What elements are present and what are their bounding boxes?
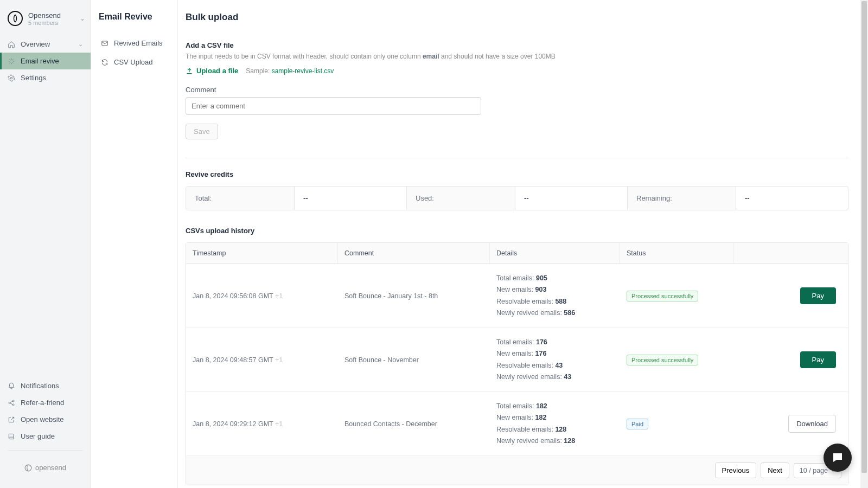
sidebar-item-label: Notifications bbox=[21, 382, 59, 390]
bell-icon bbox=[8, 382, 15, 390]
pay-button[interactable]: Pay bbox=[800, 287, 836, 304]
credits-remaining-value: -- bbox=[736, 187, 848, 210]
sidebar-bottom: Notifications Refer-a-friend Open websit… bbox=[0, 374, 91, 488]
col-comment: Comment bbox=[338, 243, 490, 264]
save-button[interactable]: Save bbox=[186, 124, 218, 139]
csv-section-label: Add a CSV file bbox=[186, 41, 848, 49]
subnav-item-revived-emails[interactable]: Revived Emails bbox=[99, 34, 170, 53]
sidebar-item-label: Refer-a-friend bbox=[21, 399, 64, 407]
upload-file-button[interactable]: Upload a file bbox=[186, 67, 238, 75]
sidebar-item-label: Settings bbox=[21, 74, 46, 82]
col-timestamp: Timestamp bbox=[186, 243, 338, 264]
scrollbar[interactable] bbox=[860, 0, 868, 488]
credits-total-label: Total: bbox=[186, 187, 295, 210]
sparkle-icon bbox=[8, 57, 15, 65]
refresh-icon bbox=[101, 59, 108, 66]
subnav-item-csv-upload[interactable]: CSV Upload bbox=[99, 53, 170, 72]
credits-total-value: -- bbox=[295, 187, 407, 210]
next-page-button[interactable]: Next bbox=[761, 463, 789, 478]
cell-status: Processed successfully bbox=[620, 291, 734, 301]
sidebar-item-label: Open website bbox=[21, 415, 64, 423]
credits-table: Total: -- Used: -- Remaining: -- bbox=[186, 186, 848, 210]
org-name: Opensend bbox=[28, 11, 61, 20]
divider bbox=[186, 158, 848, 158]
sidebar-item-notifications[interactable]: Notifications bbox=[0, 377, 91, 394]
sidebar-item-open-website[interactable]: Open website bbox=[0, 411, 91, 428]
org-switcher[interactable]: Opensend 5 members ⌄ bbox=[0, 2, 91, 33]
sample-link[interactable]: sample-revive-list.csv bbox=[272, 67, 334, 75]
sidebar-item-label: Overview bbox=[21, 40, 50, 48]
chat-icon bbox=[831, 451, 844, 464]
status-badge: Processed successfully bbox=[627, 355, 698, 365]
credits-remaining-label: Remaining: bbox=[628, 187, 736, 210]
table-footer: Previous Next 10 / page ⌄ bbox=[186, 455, 848, 485]
comment-label: Comment bbox=[186, 86, 848, 94]
cell-details: Total emails: 176New emails: 176Resolvab… bbox=[490, 337, 620, 383]
history-table: Timestamp Comment Details Status Jan 8, … bbox=[186, 242, 848, 485]
col-actions bbox=[734, 243, 848, 264]
sidebar-item-settings[interactable]: Settings bbox=[0, 69, 91, 86]
sidebar-item-label: Email revive bbox=[21, 57, 59, 65]
status-badge: Processed successfully bbox=[627, 291, 698, 301]
sidebar: Opensend 5 members ⌄ Overview ⌄ Email re… bbox=[0, 0, 91, 488]
cell-comment: Soft Bounce - November bbox=[338, 356, 490, 364]
chat-widget-button[interactable] bbox=[824, 444, 852, 472]
comment-input[interactable] bbox=[186, 97, 481, 115]
cell-timestamp: Jan 8, 2024 09:48:57 GMT +1 bbox=[186, 356, 338, 364]
download-button[interactable]: Download bbox=[788, 415, 836, 433]
scrollbar-thumb[interactable] bbox=[861, 1, 867, 473]
page-title: Bulk upload bbox=[186, 12, 848, 23]
sidebar-item-overview[interactable]: Overview ⌄ bbox=[0, 36, 91, 53]
subnav-title: Email Revive bbox=[99, 12, 170, 22]
col-details: Details bbox=[490, 243, 620, 264]
brand-name: opensend bbox=[35, 464, 66, 472]
chevron-down-icon: ⌄ bbox=[78, 41, 83, 48]
credits-title: Revive credits bbox=[186, 170, 848, 178]
subnav-item-label: Revived Emails bbox=[114, 39, 163, 47]
table-row: Jan 8, 2024 09:56:08 GMT +1Soft Bounce -… bbox=[186, 264, 848, 328]
cell-details: Total emails: 182New emails: 182Resolvab… bbox=[490, 401, 620, 447]
cell-comment: Soft Bounce - January 1st - 8th bbox=[338, 292, 490, 300]
sidebar-item-email-revive[interactable]: Email revive bbox=[0, 53, 91, 69]
divider bbox=[8, 450, 83, 451]
sidebar-item-refer[interactable]: Refer-a-friend bbox=[0, 394, 91, 411]
status-badge: Paid bbox=[627, 419, 648, 429]
cell-action: Download bbox=[734, 415, 848, 433]
credits-used-value: -- bbox=[515, 187, 628, 210]
chevron-down-icon: ⌄ bbox=[80, 15, 85, 22]
csv-hint: The input needs to be in CSV format with… bbox=[186, 53, 848, 60]
main-content: Bulk upload Add a CSV file The input nee… bbox=[178, 0, 868, 488]
sidebar-nav: Overview ⌄ Email revive Settings bbox=[0, 36, 91, 86]
prev-page-button[interactable]: Previous bbox=[715, 463, 757, 478]
cell-timestamp: Jan 8, 2024 09:29:12 GMT +1 bbox=[186, 420, 338, 428]
cell-status: Paid bbox=[620, 419, 734, 429]
cell-action: Pay bbox=[734, 351, 848, 368]
brand-footer: opensend bbox=[0, 456, 91, 481]
brand-icon bbox=[24, 464, 32, 472]
svg-point-0 bbox=[10, 77, 12, 79]
cell-timestamp: Jan 8, 2024 09:56:08 GMT +1 bbox=[186, 292, 338, 300]
sample-download: Sample: sample-revive-list.csv bbox=[246, 67, 334, 75]
org-members: 5 members bbox=[28, 20, 61, 26]
credits-used-label: Used: bbox=[407, 187, 515, 210]
upload-icon bbox=[186, 67, 193, 75]
gear-icon bbox=[8, 74, 15, 82]
table-row: Jan 8, 2024 09:48:57 GMT +1Soft Bounce -… bbox=[186, 328, 848, 392]
cell-comment: Bounced Contacts - December bbox=[338, 420, 490, 428]
book-icon bbox=[8, 433, 15, 440]
table-header: Timestamp Comment Details Status bbox=[186, 243, 848, 264]
svg-point-4 bbox=[25, 465, 31, 471]
subnav: Email Revive Revived Emails CSV Upload bbox=[91, 0, 178, 488]
home-icon bbox=[8, 41, 15, 48]
sidebar-item-label: User guide bbox=[21, 432, 55, 440]
share-icon bbox=[8, 399, 15, 407]
org-logo-icon bbox=[8, 11, 23, 26]
col-status: Status bbox=[620, 243, 734, 264]
subnav-item-label: CSV Upload bbox=[114, 58, 153, 66]
pay-button[interactable]: Pay bbox=[800, 351, 836, 368]
cell-details: Total emails: 905New emails: 903Resolvab… bbox=[490, 273, 620, 319]
cell-action: Pay bbox=[734, 287, 848, 304]
table-row: Jan 8, 2024 09:29:12 GMT +1Bounced Conta… bbox=[186, 392, 848, 455]
history-title: CSVs upload history bbox=[186, 227, 848, 235]
sidebar-item-user-guide[interactable]: User guide bbox=[0, 428, 91, 445]
